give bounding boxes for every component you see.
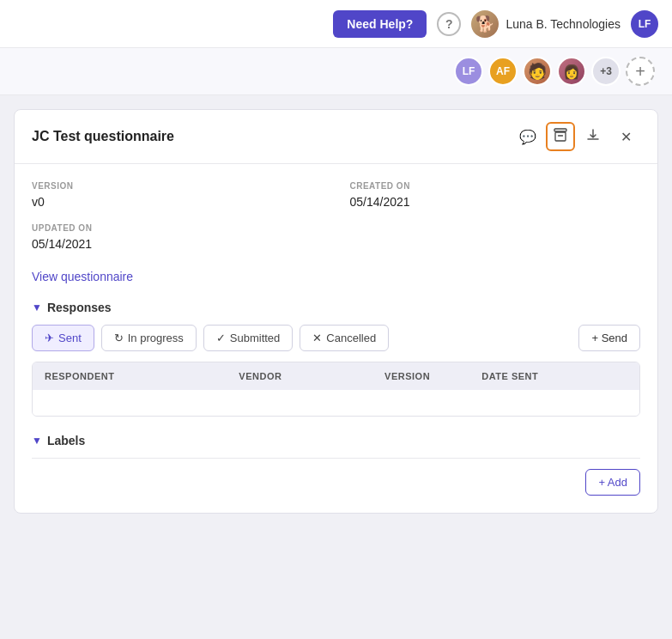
panel-body: VERSION v0 CREATED ON 05/14/2021 UPDATED… bbox=[15, 164, 657, 513]
tab-in-progress-label: In progress bbox=[128, 332, 184, 344]
version-value: v0 bbox=[32, 195, 45, 209]
tab-submitted-label: Submitted bbox=[230, 332, 281, 344]
tab-in-progress[interactable]: ↻ In progress bbox=[101, 325, 197, 351]
meta-grid: VERSION v0 CREATED ON 05/14/2021 UPDATED… bbox=[32, 181, 640, 252]
tab-cancelled-label: Cancelled bbox=[326, 332, 376, 344]
help-icon-circle[interactable]: ? bbox=[437, 12, 461, 36]
user-name: Luna B. Technologies bbox=[506, 17, 621, 31]
add-avatar-button[interactable]: + bbox=[626, 57, 655, 86]
questionnaire-panel: JC Test questionnaire 💬 bbox=[14, 109, 658, 514]
avatar-photo2[interactable]: 👩 bbox=[557, 57, 586, 86]
created-on-field: CREATED ON 05/14/2021 bbox=[350, 181, 641, 210]
user-info[interactable]: 🐕 Luna B. Technologies bbox=[471, 10, 621, 38]
labels-chevron-icon: ▼ bbox=[32, 435, 42, 447]
avatar-count[interactable]: +3 bbox=[591, 57, 621, 86]
responses-chevron-icon: ▼ bbox=[32, 301, 42, 313]
user-initials-badge[interactable]: LF bbox=[631, 10, 658, 38]
sent-icon: ✈ bbox=[45, 332, 54, 344]
created-on-value: 05/14/2021 bbox=[350, 195, 410, 209]
submitted-icon: ✓ bbox=[216, 332, 226, 344]
tab-sent-label: Sent bbox=[58, 332, 82, 344]
top-header: Need Help? ? 🐕 Luna B. Technologies LF bbox=[0, 0, 672, 48]
question-mark-icon: ? bbox=[445, 17, 453, 31]
download-icon bbox=[585, 127, 601, 146]
add-button[interactable]: + Add bbox=[585, 469, 640, 496]
th-version: VERSION bbox=[384, 371, 481, 381]
th-vendor: VENDOR bbox=[239, 371, 384, 381]
filter-tabs: ✈ Sent ↻ In progress ✓ Submitted ✕ Cance… bbox=[32, 325, 640, 351]
svg-rect-0 bbox=[554, 129, 566, 131]
download-button[interactable] bbox=[578, 122, 608, 151]
avatar-af[interactable]: AF bbox=[488, 57, 518, 86]
created-on-label: CREATED ON bbox=[350, 181, 641, 191]
avatar-lf[interactable]: LF bbox=[454, 57, 483, 86]
user-avatar: 🐕 bbox=[471, 10, 499, 38]
tab-sent[interactable]: ✈ Sent bbox=[32, 325, 94, 351]
cancelled-icon: ✕ bbox=[312, 332, 322, 344]
send-button[interactable]: + Send bbox=[578, 325, 640, 351]
add-btn-row: + Add bbox=[32, 458, 640, 496]
archive-button[interactable] bbox=[546, 122, 575, 151]
labels-section-title: Labels bbox=[47, 434, 85, 447]
archive-icon bbox=[553, 127, 568, 146]
panel-title: JC Test questionnaire bbox=[32, 129, 174, 144]
responses-section-title: Responses bbox=[47, 301, 112, 314]
tab-cancelled[interactable]: ✕ Cancelled bbox=[300, 325, 389, 351]
tab-submitted[interactable]: ✓ Submitted bbox=[203, 325, 294, 351]
panel-header: JC Test questionnaire 💬 bbox=[15, 110, 657, 164]
close-icon: ✕ bbox=[621, 129, 632, 145]
avatar-row: LF AF 🧑 👩 +3 + bbox=[0, 48, 672, 95]
comment-button[interactable]: 💬 bbox=[513, 122, 542, 151]
in-progress-icon: ↻ bbox=[114, 332, 124, 344]
comment-icon: 💬 bbox=[519, 129, 536, 145]
responses-section-header[interactable]: ▼ Responses bbox=[32, 301, 640, 314]
labels-section-header[interactable]: ▼ Labels bbox=[32, 434, 640, 447]
main-content: JC Test questionnaire 💬 bbox=[0, 95, 672, 527]
close-button[interactable]: ✕ bbox=[611, 122, 640, 151]
version-label: VERSION bbox=[32, 181, 323, 191]
responses-table: RESPONDENT VENDOR VERSION DATE SENT bbox=[32, 362, 640, 417]
view-questionnaire-link[interactable]: View questionnaire bbox=[32, 270, 133, 283]
updated-on-field: UPDATED ON 05/14/2021 bbox=[32, 223, 323, 252]
updated-on-label: UPDATED ON bbox=[32, 223, 323, 233]
table-body bbox=[33, 390, 639, 416]
labels-section: ▼ Labels bbox=[32, 434, 640, 447]
th-respondent: RESPONDENT bbox=[45, 371, 239, 381]
need-help-button[interactable]: Need Help? bbox=[333, 10, 427, 38]
svg-rect-1 bbox=[555, 132, 566, 141]
updated-on-value: 05/14/2021 bbox=[32, 237, 92, 251]
table-header: RESPONDENT VENDOR VERSION DATE SENT bbox=[33, 362, 639, 390]
avatar-photo1[interactable]: 🧑 bbox=[523, 57, 552, 86]
version-field: VERSION v0 bbox=[32, 181, 323, 210]
panel-actions: 💬 bbox=[513, 122, 640, 151]
th-date-sent: DATE SENT bbox=[481, 371, 627, 381]
